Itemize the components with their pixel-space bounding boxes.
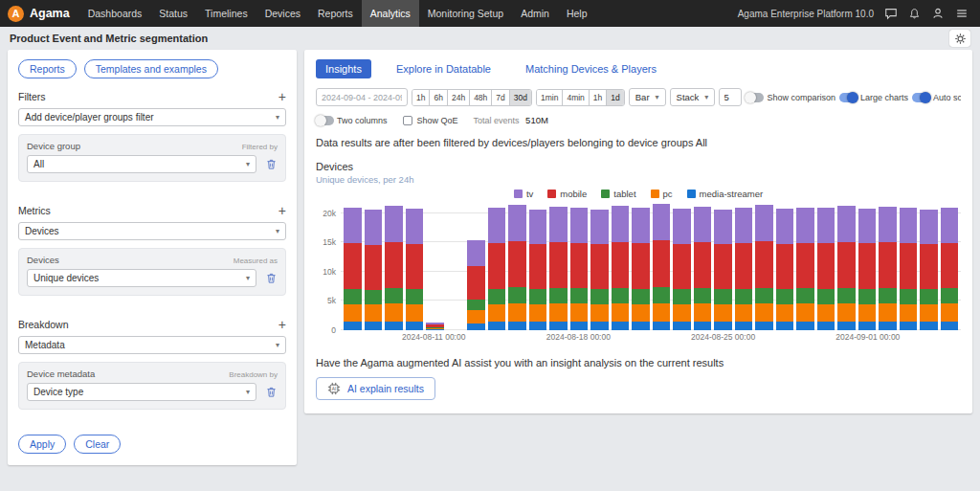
bar-2024-08-25[interactable]	[714, 204, 732, 330]
trash-icon[interactable]	[265, 158, 278, 170]
stack-mode-select[interactable]: Stack ▾	[670, 88, 716, 106]
menu-item-status[interactable]: Status	[150, 0, 196, 27]
nav-button-templates-and-examples[interactable]: Templates and examples	[84, 59, 218, 78]
bar-2024-08-31[interactable]	[837, 204, 856, 330]
resolution-1min[interactable]: 1min	[537, 90, 562, 105]
metric-type-select[interactable]: Devices ▾	[18, 222, 286, 240]
bar-segment-pc	[817, 304, 835, 322]
bar-2024-08-21[interactable]	[632, 204, 650, 330]
range-24h[interactable]: 24h	[447, 90, 469, 105]
add-breakdown-icon[interactable]: +	[278, 320, 286, 329]
bar-segment-tv	[365, 210, 383, 244]
measured-as-select[interactable]: Unique devices ▾	[27, 269, 256, 287]
tab-insights[interactable]: Insights	[316, 59, 371, 78]
menu-item-reports[interactable]: Reports	[309, 0, 362, 27]
chevron-down-icon: ▾	[276, 113, 279, 122]
trash-icon[interactable]	[265, 386, 278, 398]
menu-item-timelines[interactable]: Timelines	[196, 0, 256, 27]
bar-segment-media-streamer	[755, 322, 773, 330]
bar-2024-08-15[interactable]	[508, 204, 526, 330]
breakdown-type-select[interactable]: Metadata ▾	[18, 336, 286, 354]
auto-scale-toggle[interactable]	[912, 93, 930, 102]
bar-segment-mobile	[406, 244, 424, 289]
menu-item-monitoring-setup[interactable]: Monitoring Setup	[419, 0, 512, 27]
menu-item-admin[interactable]: Admin	[512, 0, 558, 27]
bar-2024-08-20[interactable]	[612, 204, 630, 330]
show-comparison-toggle[interactable]	[746, 93, 764, 102]
menu-item-devices[interactable]: Devices	[256, 0, 309, 27]
bar-2024-09-04[interactable]	[920, 204, 938, 330]
metric-card-meta: Measured as	[234, 257, 278, 265]
bar-segment-tv	[858, 209, 877, 244]
resolution-1h[interactable]: 1h	[589, 90, 606, 105]
range-6h[interactable]: 6h	[429, 90, 446, 105]
range-30d[interactable]: 30d	[509, 90, 531, 105]
trash-icon[interactable]	[265, 272, 278, 284]
resolution-4min[interactable]: 4min	[562, 90, 588, 105]
clear-button[interactable]: Clear	[74, 435, 121, 454]
range-48h[interactable]: 48h	[469, 90, 491, 105]
bar-2024-08-16[interactable]	[529, 204, 547, 330]
bar-2024-08-13[interactable]	[467, 204, 485, 330]
bar-2024-09-02[interactable]	[879, 204, 897, 330]
bar-2024-08-17[interactable]	[549, 204, 568, 330]
two-columns-toggle[interactable]	[316, 116, 334, 125]
menu-item-analytics[interactable]: Analytics	[362, 0, 419, 27]
chat-icon[interactable]	[884, 7, 898, 20]
bar-2024-08-18[interactable]	[570, 204, 589, 330]
bar-2024-09-01[interactable]	[858, 204, 877, 330]
bar-2024-08-28[interactable]	[776, 204, 794, 330]
tab-matching-devices-players[interactable]: Matching Devices & Players	[516, 59, 666, 78]
bar-2024-08-12[interactable]	[447, 204, 465, 330]
apply-button[interactable]: Apply	[18, 435, 66, 454]
chart-type-select[interactable]: Bar ▾	[629, 88, 666, 106]
breakdown-by-select[interactable]: Device type ▾	[27, 383, 256, 401]
date-range-input[interactable]	[316, 88, 408, 106]
legend-item-media-streamer[interactable]: media-streamer	[687, 189, 764, 199]
bar-2024-08-24[interactable]	[694, 204, 712, 330]
bar-2024-08-10[interactable]	[406, 204, 424, 330]
legend-item-tv[interactable]: tv	[514, 189, 533, 199]
bar-2024-08-22[interactable]	[653, 204, 671, 330]
resolution-1d[interactable]: 1d	[606, 90, 623, 105]
bar-2024-08-09[interactable]	[385, 204, 403, 330]
bar-2024-08-26[interactable]	[735, 204, 753, 330]
bar-2024-08-07[interactable]	[344, 204, 362, 330]
add-filter-icon[interactable]: +	[278, 92, 286, 101]
bar-2024-08-23[interactable]	[673, 204, 691, 330]
bar-2024-08-11[interactable]	[426, 204, 444, 330]
legend-item-mobile[interactable]: mobile	[547, 189, 587, 199]
menu-item-dashboards[interactable]: Dashboards	[79, 0, 151, 27]
bar-2024-09-03[interactable]	[900, 204, 918, 330]
bar-segment-mobile	[385, 242, 403, 288]
add-filter-select[interactable]: Add device/player groups filter ▾	[18, 108, 286, 126]
bar-2024-08-30[interactable]	[817, 204, 835, 330]
device-group-select[interactable]: All ▾	[27, 155, 256, 173]
ai-explain-button[interactable]: AI AI explain results	[316, 377, 435, 400]
show-qoe-checkbox[interactable]	[403, 116, 412, 125]
nav-button-reports[interactable]: Reports	[18, 59, 77, 78]
y-tick-label: 5k	[327, 296, 336, 305]
large-charts-toggle[interactable]	[839, 93, 858, 102]
legend-item-tablet[interactable]: tablet	[601, 189, 635, 199]
bar-2024-08-14[interactable]	[488, 204, 506, 330]
user-icon[interactable]	[931, 7, 945, 20]
menu-icon[interactable]	[955, 7, 969, 20]
top-n-input[interactable]	[719, 88, 742, 106]
menu-item-help[interactable]: Help	[558, 0, 596, 27]
range-7d[interactable]: 7d	[491, 90, 508, 105]
bell-icon[interactable]	[908, 8, 921, 20]
range-1h[interactable]: 1h	[412, 90, 429, 105]
legend-item-pc[interactable]: pc	[651, 189, 673, 199]
settings-button[interactable]	[949, 30, 970, 47]
svg-text:AI: AI	[332, 387, 337, 391]
bar-2024-08-27[interactable]	[755, 204, 773, 330]
bar-2024-08-19[interactable]	[590, 204, 609, 330]
bar-2024-08-29[interactable]	[796, 204, 814, 330]
bar-segment-tv	[508, 205, 526, 241]
add-metric-icon[interactable]: +	[278, 206, 286, 215]
bar-segment-pc	[900, 304, 918, 322]
bar-2024-09-05[interactable]	[941, 204, 959, 330]
bar-2024-08-08[interactable]	[365, 204, 383, 330]
tab-explore-in-datatable[interactable]: Explore in Datatable	[387, 59, 501, 78]
